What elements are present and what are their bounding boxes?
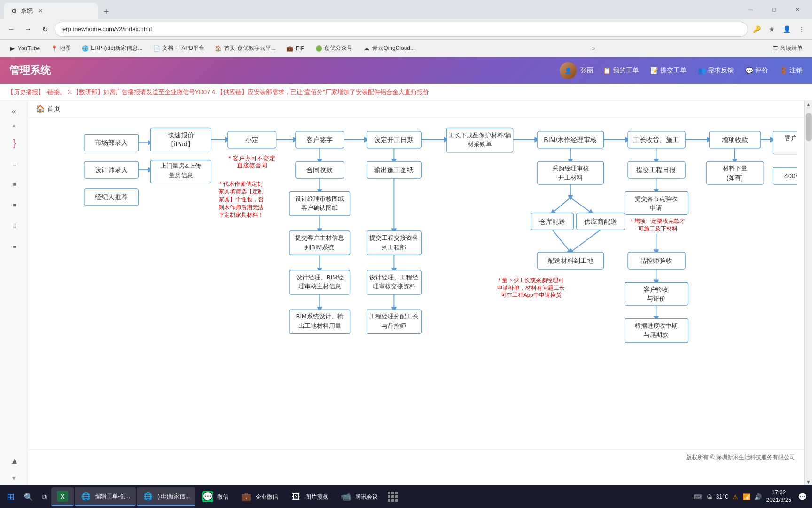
new-tab-button[interactable]: + bbox=[99, 5, 114, 19]
nav-submit-task[interactable]: 📝 提交工单 bbox=[650, 66, 687, 75]
start-button[interactable]: ⊞ bbox=[2, 487, 19, 506]
tapd-icon: 📄 bbox=[153, 45, 160, 52]
bookmark-tapd-label: 文档 - TAPD平台 bbox=[162, 44, 204, 52]
nav-my-task[interactable]: 📋 我的工单 bbox=[603, 66, 639, 75]
active-tab[interactable]: ⚙ 系统 ✕ bbox=[4, 3, 98, 19]
taskbar-idc[interactable]: 🌐 (idc)新家信... bbox=[137, 487, 195, 506]
sidebar-collapse-arrow[interactable]: ▲ bbox=[2, 451, 26, 471]
minimize-button[interactable]: ─ bbox=[740, 0, 761, 19]
user-profile[interactable]: 👤 张丽 bbox=[560, 62, 593, 79]
svg-text:配送材料到工地: 配送材料到工地 bbox=[547, 257, 593, 264]
bookmark-youtube[interactable]: ▶ YouTube bbox=[4, 42, 45, 55]
sidebar: « ▲ } ≡ ≡ ≡ ≡ ≡ ▲ ▼ bbox=[0, 101, 28, 485]
svg-text:下定制家具材料！: 下定制家具材料！ bbox=[219, 212, 264, 218]
bookmark-qingcloud[interactable]: ☁ 青云QingCloud... bbox=[358, 42, 420, 55]
my-task-icon: 📋 bbox=[603, 67, 611, 74]
tab-close-button[interactable]: ✕ bbox=[37, 7, 44, 15]
maps-icon: 📍 bbox=[50, 45, 58, 52]
close-button[interactable]: ✕ bbox=[787, 0, 808, 19]
svg-text:提交客户主材信息: 提交客户主材信息 bbox=[295, 234, 344, 241]
sidebar-top-arrow[interactable]: ▲ bbox=[2, 119, 26, 133]
demand-label: 需求反馈 bbox=[708, 66, 734, 75]
taskbar-wechat[interactable]: 💬 微信 bbox=[196, 487, 234, 506]
refresh-button[interactable]: ↻ bbox=[38, 22, 53, 37]
bookmark-homepage-label: 首页-创优数字云平... bbox=[224, 44, 276, 52]
copyright-text: 版权所有 © 深圳新家生活科技服务有限公司 bbox=[686, 454, 795, 460]
homepage-icon: 🏠 bbox=[215, 45, 222, 52]
bookmark-homepage[interactable]: 🏠 首页-创优数字云平... bbox=[210, 42, 281, 55]
svg-text:采购经理审核: 采购经理审核 bbox=[552, 165, 589, 172]
task-view-button[interactable]: ⧉ bbox=[38, 487, 50, 506]
address-bar: ← → ↻ erp.inewhome.com/v2/index.html 🔑 ★… bbox=[0, 19, 812, 40]
back-button[interactable]: ← bbox=[4, 22, 19, 37]
sidebar-item-3[interactable]: ≡ bbox=[2, 174, 26, 195]
nav-rating[interactable]: 💬 评价 bbox=[745, 66, 768, 75]
bookmark-erp[interactable]: 🌐 ERP-(idc)新家信息... bbox=[77, 42, 147, 55]
notification-icon: 💬 bbox=[798, 492, 807, 501]
taskbar-grid-icon[interactable] bbox=[384, 488, 401, 505]
scrollbar-track[interactable] bbox=[805, 108, 812, 478]
svg-text:工程经理分配工长: 工程经理分配工长 bbox=[369, 313, 418, 320]
chrome-icon-1: 🌐 bbox=[80, 491, 92, 502]
time-display[interactable]: 17:32 2021/8/25 bbox=[766, 489, 791, 504]
bookmark-chuangou[interactable]: 🟢 创优公众号 bbox=[310, 42, 357, 55]
search-button[interactable]: 🔍 bbox=[20, 487, 37, 506]
svg-line-77 bbox=[570, 198, 592, 213]
keyboard-icon[interactable]: ⌨ bbox=[694, 492, 703, 501]
key-icon[interactable]: 🔑 bbox=[750, 23, 763, 36]
biz-wechat-label: 企业微信 bbox=[256, 493, 278, 501]
browser-menu-icon[interactable]: ⋮ bbox=[795, 23, 808, 36]
submit-task-label: 提交工单 bbox=[660, 66, 687, 75]
taskbar-tencent-meeting[interactable]: 📹 腾讯会议 bbox=[335, 487, 383, 506]
svg-text:BIM系统设计、输: BIM系统设计、输 bbox=[296, 313, 344, 320]
bookmark-chuangou-label: 创优公众号 bbox=[324, 44, 352, 52]
nav-logout[interactable]: 🚪 注销 bbox=[780, 66, 803, 75]
bookmark-star-icon[interactable]: ★ bbox=[765, 23, 778, 36]
nav-demand[interactable]: 👥 需求反馈 bbox=[698, 66, 734, 75]
chuangou-icon: 🟢 bbox=[315, 45, 322, 52]
taskbar-excel[interactable]: X bbox=[51, 487, 74, 506]
sidebar-item-4[interactable]: ≡ bbox=[2, 195, 26, 215]
forward-button[interactable]: → bbox=[21, 22, 36, 37]
logout-icon: 🚪 bbox=[780, 67, 788, 74]
svg-text:【iPad】: 【iPad】 bbox=[167, 140, 194, 148]
sidebar-bottom-arrow[interactable]: ▼ bbox=[2, 471, 26, 485]
taskbar-edit-task[interactable]: 🌐 编辑工单-创... bbox=[75, 487, 136, 506]
read-mode-button[interactable]: ☰ 阅读清单 bbox=[767, 42, 808, 55]
address-input[interactable]: erp.inewhome.com/v2/index.html bbox=[55, 22, 748, 37]
sys-tray-group: ⌨ 🌤 31°C ⚠ 📶 🔊 bbox=[694, 492, 763, 501]
svg-text:可在工程App中申请换货: 可在工程App中申请换货 bbox=[501, 292, 562, 298]
taskbar-img-preview[interactable]: 🖼 图片预览 bbox=[285, 487, 334, 506]
sidebar-item-2[interactable]: ≡ bbox=[2, 153, 26, 174]
bookmark-eip[interactable]: 💼 EIP bbox=[281, 42, 309, 55]
bookmark-maps[interactable]: 📍 地图 bbox=[46, 42, 76, 55]
warning-icon[interactable]: ⚠ bbox=[731, 492, 740, 501]
scrollbar-down-button[interactable]: ▼ bbox=[805, 478, 812, 485]
volume-icon[interactable]: 🔊 bbox=[753, 492, 763, 501]
scrollbar-thumb[interactable] bbox=[806, 113, 812, 141]
weather-icon[interactable]: 🌤 bbox=[705, 492, 714, 501]
svg-text:上门量房&上传: 上门量房&上传 bbox=[160, 162, 201, 169]
copyright-footer: 版权所有 © 深圳新家生活科技服务有限公司 bbox=[28, 449, 804, 465]
svg-text:可施工及下材料: 可施工及下材料 bbox=[638, 226, 678, 231]
svg-text:客户确认图纸: 客户确认图纸 bbox=[301, 204, 338, 211]
sidebar-collapse-button[interactable]: « bbox=[5, 104, 23, 119]
browser-window: ⚙ 系统 ✕ + ─ □ ✕ ← → ↻ erp.inewhome.com/v2… bbox=[0, 0, 812, 508]
more-bookmarks-button[interactable]: » bbox=[588, 45, 599, 52]
clock-time: 17:32 bbox=[766, 489, 791, 497]
sidebar-item-1[interactable]: } bbox=[2, 133, 26, 153]
scrollbar-up-button[interactable]: ▲ bbox=[805, 101, 812, 108]
svg-text:则木作师后期无法: 则木作师后期无法 bbox=[219, 205, 264, 210]
taskbar-biz-wechat[interactable]: 💼 企业微信 bbox=[235, 487, 284, 506]
vertical-scrollbar[interactable]: ▲ ▼ bbox=[804, 101, 812, 485]
notification-button[interactable]: 💬 bbox=[795, 489, 810, 504]
sidebar-item-6[interactable]: ≡ bbox=[2, 236, 26, 257]
sidebar-item-5[interactable]: ≡ bbox=[2, 215, 26, 236]
read-mode-icon: ☰ bbox=[773, 45, 778, 52]
bookmark-tapd[interactable]: 📄 文档 - TAPD平台 bbox=[148, 42, 209, 55]
maximize-button[interactable]: □ bbox=[763, 0, 785, 19]
network-icon[interactable]: 📶 bbox=[742, 492, 751, 501]
profile-icon[interactable]: 👤 bbox=[780, 23, 793, 36]
svg-text:设计经理、工程经: 设计经理、工程经 bbox=[369, 274, 418, 281]
svg-text:输出施工图纸: 输出施工图纸 bbox=[374, 166, 414, 174]
